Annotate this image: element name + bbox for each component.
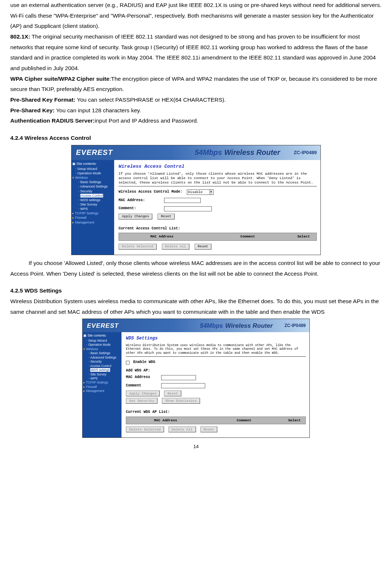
nav-survey[interactable]: Site Survey — [78, 202, 113, 207]
intro-p1: use an external authentication server (e… — [10, 0, 382, 32]
nav-tcpip[interactable]: TCP/IP Settings — [72, 211, 113, 215]
nav-security-wds[interactable]: Security — [88, 360, 121, 364]
router-header: EVEREST 54MbpsWireless Router ZC-IP0489 — [72, 145, 320, 160]
wac-delete-selected-button[interactable]: Delete Selected — [119, 244, 157, 250]
wac-mode-select[interactable]: Disable — [187, 189, 214, 195]
wds-paragraph: Wireless Distribution System uses wirele… — [10, 296, 382, 317]
wac-apply-button[interactable]: Apply Changes — [119, 214, 152, 219]
wac-para-text: If you choose 'Allowed Listed', only tho… — [10, 260, 380, 277]
wds-reset2-button[interactable]: Reset — [200, 426, 218, 432]
intro-8021x: 802.1X: The original security mechanism … — [10, 32, 382, 74]
wds-col-comment: Comment — [205, 417, 283, 424]
router-nav-wds: Site contents: Setup Wizard Operation Mo… — [83, 332, 121, 437]
nav-access-wds[interactable]: Access Control — [88, 364, 121, 368]
intro-pskf: Pre-Shared Key Format: You can select PA… — [10, 95, 382, 105]
wac-col-mac: MAC Address — [119, 233, 205, 240]
nav-wps[interactable]: WPS — [78, 207, 113, 211]
wac-table-header: MAC Address Comment Select — [119, 233, 317, 241]
wac-reset-button[interactable]: Reset — [157, 214, 175, 219]
router-tagline-wds: 54MbpsWireless Router — [200, 320, 273, 331]
nav-wds-label: WDS settings — [90, 368, 110, 372]
wac-delete-all-button[interactable]: Delete All — [162, 244, 189, 250]
tagline-54: 54Mbps — [195, 148, 222, 156]
wac-reset2-button[interactable]: Reset — [195, 244, 212, 250]
nav-wireless-wds[interactable]: Wireless — [83, 347, 121, 351]
nav-access-label: Access Control — [80, 194, 104, 197]
nav-opmode[interactable]: Operation Mode — [75, 171, 113, 175]
nav-access[interactable]: Access Control — [78, 193, 113, 198]
wds-desc: Wireless Distribution System uses wirele… — [126, 344, 306, 355]
label-radius: Authentication RADIUS Server: — [10, 117, 95, 124]
page-number: 14 — [10, 442, 382, 451]
heading-424: 4.2.4 Wireless Access Control — [10, 133, 382, 144]
nav-advanced-wds[interactable]: Advanced Settings — [88, 356, 121, 360]
wds-col-select: Select — [283, 417, 305, 424]
heading-425: 4.2.5 WDS Settings — [10, 286, 382, 296]
router-header-wds: EVEREST 54MbpsWireless Router ZC-IP0489 — [83, 319, 309, 332]
nav-setup-wds[interactable]: Setup Wizard — [86, 339, 121, 343]
wds-comment-input[interactable] — [161, 383, 205, 388]
router-model-wds: ZC-IP0489 — [284, 321, 306, 330]
router-nav: Site contents: Setup Wizard Operation Mo… — [72, 160, 114, 255]
wds-showstats-button[interactable]: Show Statistics — [162, 398, 200, 404]
nav-wds-wds[interactable]: WDS settings — [88, 368, 121, 372]
nav-setup[interactable]: Setup Wizard — [75, 167, 113, 171]
wds-col-mac: MAC Address — [126, 417, 205, 424]
tagline-54-wds: 54Mbps — [200, 322, 223, 329]
nav-firewall[interactable]: Firewall — [72, 215, 113, 220]
nav-tcpip-wds[interactable]: TCP/IP Settings — [83, 381, 121, 385]
tagline-rest: Wireless Router — [224, 148, 280, 156]
text-pskf: You can select PASSPHRASE or HEX(64 CHAR… — [75, 97, 226, 103]
label-pskf: Pre-Shared Key Format: — [10, 97, 75, 103]
nav-wds[interactable]: WDS settings — [78, 198, 113, 202]
nav-contents-wds: Site contents: — [83, 334, 121, 338]
text-psk: You can input 128 characters key. — [55, 107, 141, 113]
tagline-rest-wds: Wireless Router — [225, 322, 273, 329]
wac-mac-label: MAC Address: — [119, 197, 162, 204]
nav-basic-wds[interactable]: Basic Settings — [88, 351, 121, 355]
nav-wps-wds[interactable]: WPS — [88, 377, 121, 381]
text-8021x: The original security mechanism of IEEE … — [10, 33, 376, 71]
wac-desc: If you choose 'Allowed Listed', only tho… — [119, 172, 317, 185]
wds-apply-button[interactable]: Apply Changes — [126, 390, 160, 396]
text-radius: input Port and IP Address and Password. — [95, 117, 198, 124]
wds-mac-label: MAC Address — [126, 374, 159, 381]
router-tagline: 54MbpsWireless Router — [195, 146, 280, 159]
wac-col-comment: Comment — [205, 233, 291, 240]
label-psk: Pre-Shared Key: — [10, 107, 55, 113]
router-logo: EVEREST — [76, 146, 113, 159]
nav-mgmt-wds[interactable]: Management — [83, 389, 121, 393]
router-logo-wds: EVEREST — [87, 320, 119, 331]
wac-list-label: Current Access Control List: — [119, 225, 317, 232]
label-8021x: 802.1X: — [10, 33, 30, 40]
wac-mode-label: Wireless Access Control Mode: — [119, 189, 185, 196]
intro-radius: Authentication RADIUS Server:input Port … — [10, 116, 382, 126]
wac-mac-input[interactable] — [164, 198, 201, 203]
intro-psk: Pre-Shared Key: You can input 128 charac… — [10, 105, 382, 116]
wac-comment-input[interactable] — [164, 206, 212, 211]
nav-firewall-wds[interactable]: Firewall — [83, 385, 121, 389]
nav-wireless[interactable]: Wireless — [72, 175, 113, 180]
wds-list-label: Current WDS AP List: — [126, 409, 306, 416]
wds-reset-button[interactable]: Reset — [164, 390, 181, 396]
screenshot-wds: EVEREST 54MbpsWireless Router ZC-IP0489 … — [82, 319, 310, 438]
nav-security[interactable]: Security — [78, 189, 113, 193]
wds-setsecurity-button[interactable]: Set Security — [126, 398, 157, 404]
wds-title: WDS Settings — [126, 334, 306, 342]
wds-enable-label: Enable WDS — [133, 359, 155, 366]
wds-enable-checkbox[interactable] — [126, 361, 130, 364]
wds-delete-all-button[interactable]: Delete All — [168, 426, 196, 432]
wds-add-label: Add WDS AP: — [126, 367, 306, 374]
wds-delete-selected-button[interactable]: Delete Selected — [126, 426, 164, 432]
nav-survey-wds[interactable]: Site Survey — [88, 373, 121, 377]
wds-comment-label: Comment — [126, 382, 159, 389]
wac-comment-label: Comment: — [119, 205, 162, 212]
nav-opmode-wds[interactable]: Operation Mode — [86, 343, 121, 347]
screenshot-wac: EVEREST 54MbpsWireless Router ZC-IP0489 … — [71, 145, 321, 255]
wds-mac-input[interactable] — [161, 375, 196, 380]
nav-contents: Site contents: — [72, 161, 113, 166]
nav-mgmt[interactable]: Management — [72, 220, 113, 225]
wds-table-header: MAC Address Comment Select — [126, 417, 306, 425]
nav-advanced[interactable]: Advanced Settings — [78, 184, 113, 189]
nav-basic[interactable]: Basic Settings — [78, 180, 113, 184]
